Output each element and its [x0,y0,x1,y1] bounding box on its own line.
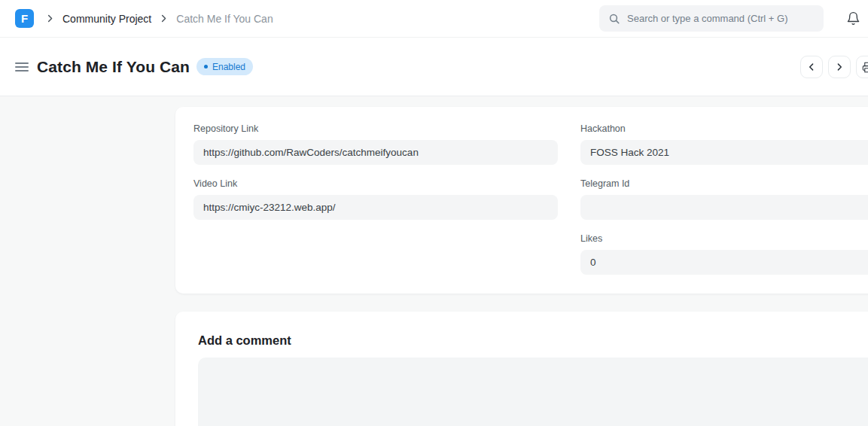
form-column-right: Hackathon Telegram Id Likes [580,123,868,275]
video-link-field: Video Link [193,178,558,220]
repository-link-label: Repository Link [193,123,558,135]
telegram-id-field: Telegram Id [580,178,868,220]
hackathon-input[interactable] [580,140,868,165]
status-badge-label: Enabled [212,62,245,72]
page-header: Catch Me If You Can Enabled [0,38,868,96]
previous-document-button[interactable] [800,56,823,78]
status-badge: Enabled [196,58,253,75]
telegram-id-input[interactable] [580,195,868,220]
video-link-label: Video Link [193,178,558,190]
likes-label: Likes [580,233,868,245]
likes-input[interactable] [580,250,868,275]
add-comment-heading: Add a comment [198,333,868,348]
comment-section-card: Add a comment [175,312,868,426]
video-link-input[interactable] [193,195,558,220]
hackathon-field: Hackathon [580,123,868,165]
sidebar-toggle-icon[interactable] [15,62,29,72]
chevron-left-icon [806,62,817,72]
likes-field: Likes [580,233,868,275]
chevron-right-icon [44,13,56,24]
main-content: Repository Link Video Link Hackathon Tel… [0,96,868,426]
printer-icon [862,62,868,73]
search-input[interactable] [627,13,815,24]
telegram-id-label: Telegram Id [580,178,868,190]
page-title: Catch Me If You Can [37,58,190,76]
breadcrumb-current-doc: Catch Me If You Can [176,13,273,25]
breadcrumb-community-project[interactable]: Community Project [62,13,151,25]
chevron-right-icon [158,13,169,24]
form-grid: Repository Link Video Link Hackathon Tel… [193,123,868,275]
print-button[interactable] [856,56,868,78]
search-icon [608,13,620,25]
status-dot-icon [204,65,208,68]
notifications-button[interactable] [846,11,860,26]
global-search[interactable] [599,5,824,32]
header-actions [800,56,868,78]
frappe-logo-icon[interactable]: F [15,9,34,28]
comment-input[interactable] [198,358,868,426]
repository-link-input[interactable] [193,140,558,165]
hackathon-label: Hackathon [580,123,868,135]
form-column-left: Repository Link Video Link [193,123,558,275]
bell-icon [846,11,860,26]
chevron-right-icon [834,62,845,72]
repository-link-field: Repository Link [193,123,558,165]
details-section-card: Repository Link Video Link Hackathon Tel… [175,107,868,294]
next-document-button[interactable] [828,56,851,78]
navbar: F Community Project Catch Me If You Can [0,0,868,38]
